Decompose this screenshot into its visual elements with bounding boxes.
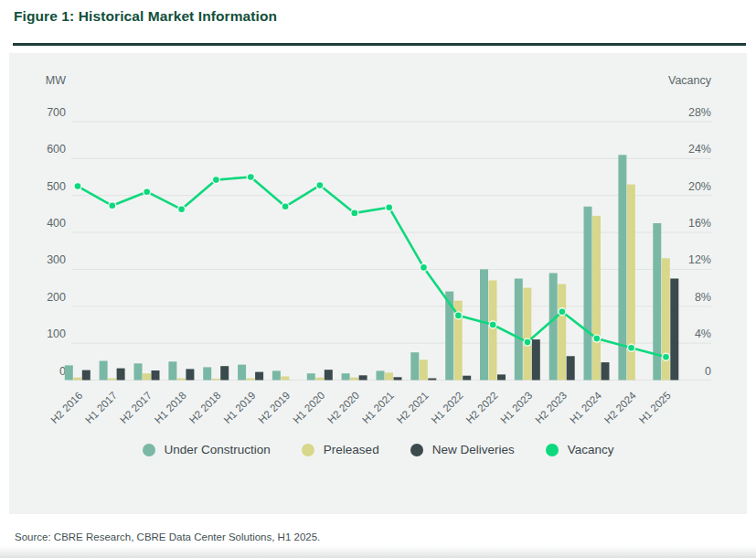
bar [342, 373, 350, 380]
bar [325, 370, 333, 380]
new-deliveries-swatch-icon [410, 444, 423, 456]
chart-legend: Under Construction Preleased New Deliver… [9, 443, 747, 456]
vacancy-point [489, 321, 496, 328]
bar [584, 207, 592, 381]
vacancy-point [628, 344, 635, 351]
legend-label: New Deliveries [432, 443, 515, 456]
bar [212, 379, 220, 381]
bar [65, 365, 73, 380]
vacancy-point [212, 177, 219, 184]
y-axis-tick-label-right: 8% [695, 291, 711, 304]
y-axis-tick-label-left: 100 [47, 327, 66, 340]
vacancy-point [386, 204, 393, 211]
legend-item-vacancy: Vacancy [546, 443, 614, 456]
bar [377, 370, 385, 380]
vacancy-point [109, 202, 116, 209]
x-axis-tick-label: H2 2022 [463, 390, 499, 425]
x-axis-tick-label: H1 2019 [221, 390, 257, 425]
legend-label: Under Construction [165, 443, 271, 456]
bars-under-construction [65, 155, 662, 380]
bar [515, 279, 523, 381]
bottom-fade [0, 546, 756, 558]
bar [602, 362, 610, 380]
vacancy-point [282, 203, 289, 210]
x-axis-tick-label: H1 2020 [291, 390, 326, 425]
x-axis-tick-label: H1 2025 [637, 390, 673, 425]
right-axis-title: Vacancy [668, 74, 712, 87]
y-axis-tick-label-left: 600 [47, 143, 66, 156]
legend-label: Preleased [324, 443, 379, 456]
vacancy-point [559, 308, 566, 316]
y-axis-tick-label-right: 28% [688, 106, 711, 119]
x-axis-tick-label: H1 2021 [360, 390, 396, 425]
y-axis-tick-label-left: 700 [47, 106, 66, 119]
bar [203, 367, 211, 380]
y-axis-tick-label-right: 12% [688, 253, 711, 266]
bar [152, 370, 160, 381]
vacancy-point [178, 206, 186, 213]
vacancy-point [316, 182, 324, 189]
x-axis-tick-label: H1 2018 [153, 390, 188, 425]
bar [117, 369, 125, 381]
bar [420, 359, 428, 380]
bar [428, 379, 436, 381]
y-axis-tick-label-left: 400 [47, 217, 66, 230]
bar [670, 279, 678, 381]
bar [82, 370, 91, 381]
y-axis-tick-label-left: 200 [47, 291, 66, 304]
vacancy-point [247, 174, 254, 181]
x-axis-tick-label: H2 2023 [533, 390, 569, 425]
bar [73, 378, 81, 381]
preleased-swatch-icon [302, 444, 314, 456]
bar [359, 375, 367, 380]
y-axis-tick-label-left: 500 [47, 180, 66, 193]
bar [549, 274, 558, 381]
y-axis-tick-label-right: 0 [705, 365, 711, 378]
bar [168, 361, 176, 380]
bar [315, 378, 324, 381]
legend-label: Vacancy [568, 443, 614, 456]
bar [134, 363, 143, 380]
source-attribution: Source: CBRE Research, CBRE Data Center … [15, 531, 320, 542]
bar [220, 366, 229, 380]
vacancy-point [74, 183, 81, 190]
bar [592, 216, 601, 381]
bar [532, 339, 540, 380]
bar [489, 281, 497, 381]
bar [143, 373, 151, 380]
legend-item-under-construction: Under Construction [143, 443, 271, 456]
y-axis-tick-label-right: 20% [688, 180, 711, 193]
bar [350, 378, 358, 381]
x-axis-tick-label: H2 2016 [48, 390, 84, 425]
bars-preleased [73, 185, 670, 381]
bar [238, 365, 246, 381]
bar [385, 372, 393, 380]
x-axis-tick-label: H2 2019 [256, 390, 292, 425]
vacancy-point [454, 312, 462, 319]
vacancy-swatch-icon [546, 444, 559, 456]
x-axis-tick-label: H1 2023 [498, 390, 534, 425]
legend-item-preleased: Preleased [302, 443, 379, 456]
legend-item-new-deliveries: New Deliveries [410, 443, 515, 456]
bar [177, 379, 186, 381]
vacancy-point [524, 338, 531, 346]
bar [247, 379, 255, 381]
bar [480, 269, 488, 380]
bar [307, 373, 315, 380]
y-axis-tick-label-right: 4% [695, 327, 711, 340]
x-axis-tick-label: H1 2024 [568, 390, 604, 426]
bar [272, 370, 281, 380]
left-axis-title: MW [46, 74, 66, 87]
y-axis-tick-label-left: 300 [47, 253, 66, 266]
bar [394, 377, 402, 380]
bar [186, 369, 194, 380]
y-axis-tick-label-right: 16% [688, 217, 711, 230]
x-axis-tick-label: H2 2018 [187, 390, 223, 425]
chart-svg: 001004%2008%30012%40016%50020%60024%7002… [0, 0, 756, 558]
y-axis-tick-label-right: 24% [688, 143, 711, 156]
x-axis-tick-label: H2 2017 [118, 390, 154, 425]
bar [523, 288, 531, 381]
bar [255, 372, 263, 381]
x-axis-tick-label: H2 2024 [602, 390, 639, 426]
bar [108, 379, 116, 381]
